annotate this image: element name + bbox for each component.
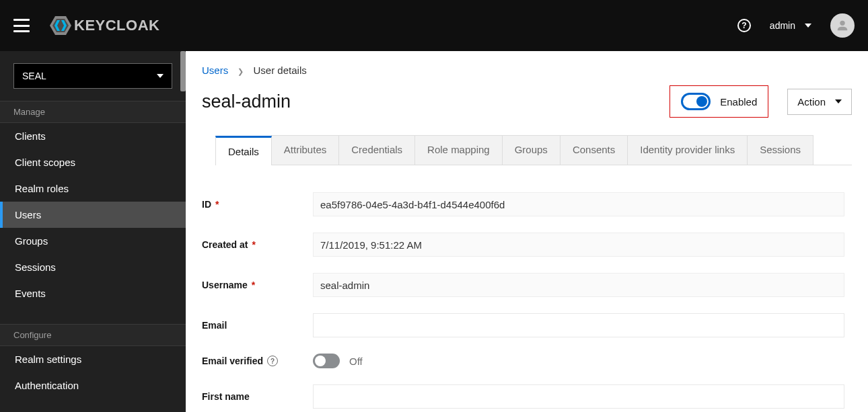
- chevron-down-icon: [805, 24, 811, 28]
- action-dropdown[interactable]: Action: [787, 89, 852, 115]
- enabled-toggle[interactable]: [681, 93, 711, 110]
- sidebar-item-events[interactable]: Events: [0, 280, 186, 306]
- brand-logo[interactable]: KEYCLOAK: [50, 16, 159, 35]
- first-name-field[interactable]: [313, 384, 844, 409]
- tabs: Details Attributes Credentials Role mapp…: [215, 135, 852, 165]
- help-icon[interactable]: ?: [267, 356, 278, 366]
- username-field[interactable]: seal-admin: [313, 273, 844, 297]
- app-header: KEYCLOAK ? admin: [0, 0, 868, 51]
- username-label: Username*: [202, 280, 313, 290]
- sidebar-item-client-scopes[interactable]: Client scopes: [0, 149, 186, 175]
- tab-sessions[interactable]: Sessions: [747, 135, 813, 165]
- action-dropdown-label: Action: [797, 96, 826, 108]
- enabled-toggle-label: Enabled: [720, 96, 757, 108]
- sidebar-item-clients[interactable]: Clients: [0, 123, 186, 149]
- breadcrumb-parent-link[interactable]: Users: [202, 65, 228, 76]
- page-title: seal-admin: [202, 91, 291, 112]
- scrollbar-thumb[interactable]: [180, 51, 186, 91]
- sidebar-item-authentication[interactable]: Authentication: [0, 372, 186, 394]
- sidebar-section-configure: Configure: [0, 324, 186, 346]
- breadcrumb: Users ❯ User details: [202, 51, 852, 85]
- realm-selector-value: SEAL: [22, 71, 46, 81]
- email-verified-toggle[interactable]: [313, 354, 340, 368]
- help-icon[interactable]: ?: [737, 19, 751, 32]
- tab-details[interactable]: Details: [215, 136, 272, 165]
- hamburger-menu-icon[interactable]: [13, 19, 30, 32]
- tab-credentials[interactable]: Credentials: [338, 135, 415, 165]
- sidebar: SEAL Manage Clients Client scopes Realm …: [0, 51, 186, 412]
- tab-identity-provider-links[interactable]: Identity provider links: [627, 135, 748, 165]
- id-label: ID*: [202, 199, 313, 210]
- enabled-toggle-highlight: Enabled: [670, 85, 768, 118]
- tab-attributes[interactable]: Attributes: [271, 135, 339, 165]
- main-content: Users ❯ User details seal-admin Enabled …: [186, 51, 868, 412]
- sidebar-item-realm-settings[interactable]: Realm settings: [0, 346, 186, 372]
- user-menu[interactable]: admin: [770, 20, 811, 31]
- chevron-right-icon: ❯: [238, 67, 244, 75]
- sidebar-item-realm-roles[interactable]: Realm roles: [0, 175, 186, 202]
- created-at-label: Created at*: [202, 239, 313, 250]
- brand-name: KEYCLOAK: [74, 17, 159, 34]
- chevron-down-icon: [157, 74, 164, 78]
- first-name-label: First name: [202, 391, 313, 402]
- created-at-field: 7/11/2019, 9:51:22 AM: [313, 233, 844, 257]
- sidebar-item-users[interactable]: Users: [0, 202, 186, 228]
- user-menu-label: admin: [770, 20, 795, 31]
- avatar[interactable]: [830, 13, 855, 38]
- tab-groups[interactable]: Groups: [502, 135, 560, 165]
- sidebar-section-manage: Manage: [0, 101, 186, 123]
- email-label: Email: [202, 320, 313, 331]
- realm-selector[interactable]: SEAL: [13, 63, 172, 89]
- tab-consents[interactable]: Consents: [560, 135, 628, 165]
- sidebar-item-sessions[interactable]: Sessions: [0, 254, 186, 280]
- id-field: ea5f9786-04e5-4a3d-b4f1-d4544e400f6d: [313, 192, 844, 216]
- keycloak-logo-icon: [50, 16, 71, 35]
- email-verified-label: Email verified ?: [202, 356, 313, 366]
- svg-point-4: [840, 21, 844, 26]
- breadcrumb-current: User details: [254, 65, 307, 76]
- email-field[interactable]: [313, 313, 844, 337]
- tab-role-mapping[interactable]: Role mapping: [414, 135, 503, 165]
- details-form: ID* ea5f9786-04e5-4a3d-b4f1-d4544e400f6d…: [202, 165, 852, 412]
- email-verified-state: Off: [349, 356, 363, 367]
- sidebar-item-groups[interactable]: Groups: [0, 228, 186, 254]
- chevron-down-icon: [835, 99, 842, 104]
